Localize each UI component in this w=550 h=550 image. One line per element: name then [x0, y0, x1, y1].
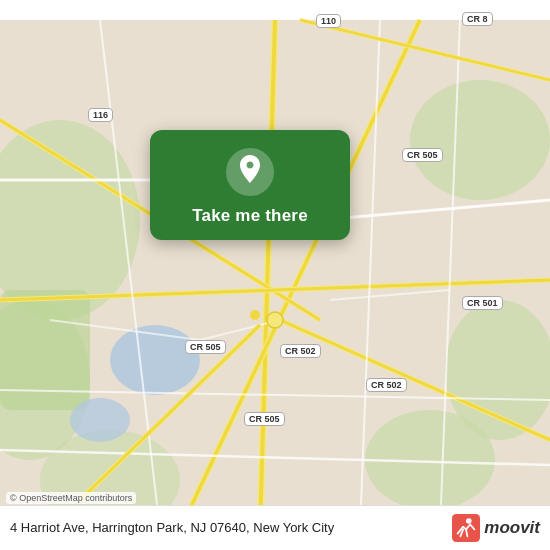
- svg-rect-37: [452, 514, 480, 542]
- route-badge-cr502a: CR 502: [280, 344, 321, 358]
- action-card[interactable]: Take me there: [150, 130, 350, 240]
- svg-point-8: [110, 325, 200, 395]
- route-badge-cr505a: CR 505: [402, 148, 443, 162]
- svg-point-2: [410, 80, 550, 200]
- route-badge-110: 110: [316, 14, 341, 28]
- svg-point-9: [70, 398, 130, 442]
- svg-point-38: [466, 518, 472, 524]
- moovit-wordmark: moovit: [484, 518, 540, 538]
- route-badge-cr505c: CR 505: [244, 412, 285, 426]
- info-bar: 4 Harriot Ave, Harrington Park, NJ 07640…: [0, 505, 550, 550]
- route-badge-cr502b: CR 502: [366, 378, 407, 392]
- route-badge-cr8: CR 8: [462, 12, 493, 26]
- svg-point-32: [250, 310, 260, 320]
- moovit-person-icon: [452, 514, 480, 542]
- route-badge-116: 116: [88, 108, 113, 122]
- route-badge-cr505b: CR 505: [185, 340, 226, 354]
- address-text: 4 Harriot Ave, Harrington Park, NJ 07640…: [10, 519, 452, 537]
- map-container: CR 8 110 116 CR 505 CR 501 CR 505 CR 502…: [0, 0, 550, 550]
- svg-point-31: [267, 312, 283, 328]
- route-badge-cr501: CR 501: [462, 296, 503, 310]
- location-pin-icon: [236, 155, 264, 189]
- moovit-logo: moovit: [452, 514, 540, 542]
- osm-attribution: © OpenStreetMap contributors: [6, 492, 136, 504]
- action-label: Take me there: [192, 206, 308, 226]
- map-svg: [0, 0, 550, 550]
- location-icon-wrap: [226, 148, 274, 196]
